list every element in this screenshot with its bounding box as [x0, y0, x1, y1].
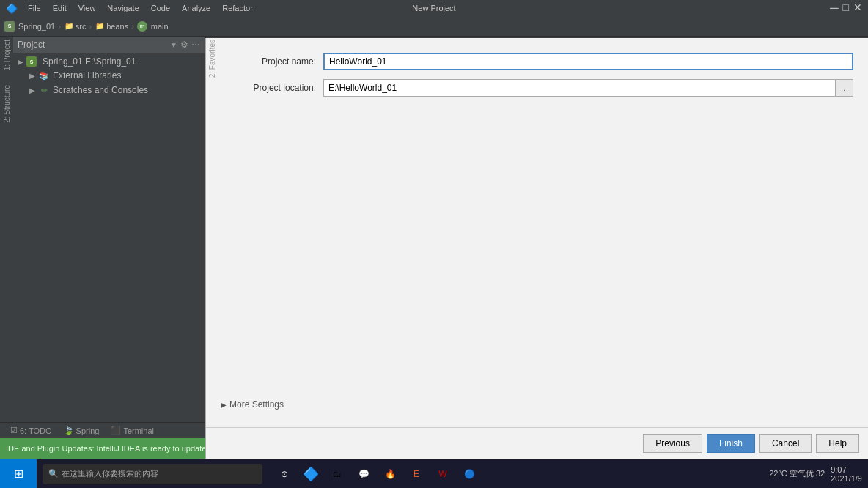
cancel-button[interactable]: Cancel — [760, 434, 812, 453]
more-settings[interactable]: ▶ More Settings — [221, 396, 853, 413]
weather-text: 22°C 空气优 32 — [769, 468, 825, 479]
previous-button[interactable]: Previous — [643, 434, 702, 453]
breadcrumb-sep-3: › — [131, 22, 134, 31]
title-bar-title: New Project — [412, 4, 455, 12]
vtab-favorites[interactable]: 2: Favorites — [208, 40, 216, 78]
bottom-tab-spring[interactable]: 🍃 Spring — [58, 423, 106, 438]
taskbar-right: 22°C 空气优 32 9:07 2021/1/9 — [763, 465, 868, 483]
project-header-title: Project — [18, 40, 170, 50]
browse-button[interactable]: … — [836, 79, 853, 97]
spring-icon: 🍃 — [64, 426, 74, 435]
help-button[interactable]: Help — [816, 434, 859, 453]
terminal-icon: ⬛ — [111, 426, 121, 435]
bottom-tab-todo-label: 6: TODO — [20, 426, 52, 435]
tree-item-spring01[interactable]: ▶ S Spring_01 E:\Spring_01 — [13, 55, 205, 68]
bottom-tab-todo[interactable]: ☑ 6: TODO — [4, 423, 58, 438]
project-location-group: … — [323, 79, 853, 97]
project-name-label: Project name: — [221, 56, 316, 67]
breadcrumb: S Spring_01 › 📁 src › 📁 beans › m main — [0, 16, 868, 37]
project-panel: Project ▼ ⚙ ⋯ ▶ S Spring_01 E:\Spring_01 — [13, 37, 205, 422]
tree-item-ext-lib[interactable]: ▶ 📚 External Libraries — [13, 68, 205, 83]
tree-arrow-scratches: ▶ — [29, 86, 37, 95]
tree-item-scratches-label: Scratches and Consoles — [53, 85, 148, 95]
tree-item-scratches[interactable]: ▶ ✏ Scratches and Consoles — [13, 83, 205, 97]
project-location-label: Project location: — [221, 83, 316, 93]
minimize-icon[interactable]: ─ — [830, 2, 838, 14]
app-menu-edit[interactable]: Edit — [47, 2, 73, 14]
project-dropdown-arrow[interactable]: ▼ — [170, 41, 177, 49]
date-label: 2021/1/9 — [831, 474, 862, 483]
title-bar: 🔷 File Edit View Navigate Code Analyze R… — [0, 0, 868, 16]
view-options-icon[interactable]: ⋯ — [191, 40, 200, 50]
taskbar-icon-3[interactable]: 🗂 — [326, 469, 349, 479]
new-project-dialog: Project name: Project location: … — [205, 38, 868, 459]
vtab-project[interactable]: 1: Project — [3, 40, 11, 70]
app-logo-icon: 🔷 — [6, 3, 18, 14]
vtab-structure[interactable]: 2: Structure — [3, 85, 11, 123]
taskbar-icon-7[interactable]: W — [431, 469, 455, 479]
spring-project-tree-icon: S — [26, 56, 37, 67]
app-menu-code[interactable]: Code — [145, 2, 176, 14]
close-icon[interactable]: ✕ — [853, 2, 862, 14]
scratches-icon: ✏ — [38, 84, 50, 96]
app-menu-view[interactable]: View — [73, 2, 102, 14]
project-location-input[interactable] — [323, 79, 836, 97]
breadcrumb-sep-2: › — [89, 22, 92, 31]
tree-arrow-spring01: ▶ — [18, 58, 25, 66]
breadcrumb-src[interactable]: 📁 src — [64, 21, 87, 32]
breadcrumb-main[interactable]: m main — [137, 21, 169, 32]
taskbar-search-text: 在这里输入你要搜索的内容 — [62, 468, 158, 479]
maximize-icon[interactable]: □ — [843, 2, 849, 14]
spring-project-icon: S — [4, 21, 15, 32]
project-name-input[interactable] — [323, 53, 853, 70]
app-menu-analyze[interactable]: Analyze — [176, 2, 216, 14]
main-icon: m — [137, 21, 147, 32]
taskbar-search[interactable]: 🔍 在这里输入你要搜索的内容 — [43, 464, 262, 484]
taskbar-icon-8[interactable]: 🔵 — [457, 469, 481, 479]
windows-taskbar: ⊞ 🔍 在这里输入你要搜索的内容 ⊙ 🔷 🗂 💬 🔥 E W 🔵 22°C 空气… — [0, 459, 868, 488]
start-button[interactable]: ⊞ — [0, 459, 37, 488]
taskbar-icons: ⊙ 🔷 🗂 💬 🔥 E W 🔵 — [268, 466, 485, 482]
breadcrumb-beans[interactable]: 📁 beans — [95, 21, 128, 32]
taskbar-time: 9:07 2021/1/9 — [831, 465, 862, 483]
more-settings-arrow-icon: ▶ — [221, 401, 227, 409]
search-icon: 🔍 — [48, 469, 59, 478]
folder-icon-beans: 📁 — [95, 21, 105, 32]
bottom-tab-spring-label: Spring — [76, 426, 100, 435]
taskbar-icon-2[interactable]: 🔷 — [299, 466, 323, 482]
ext-lib-icon: 📚 — [38, 70, 50, 81]
taskbar-icon-6[interactable]: E — [405, 469, 428, 479]
taskbar-icon-4[interactable]: 💬 — [352, 469, 375, 479]
left-vtab-panel: 1: Project 2: Structure — [0, 37, 13, 422]
breadcrumb-sep-1: › — [58, 22, 61, 31]
project-location-row: Project location: … — [221, 79, 853, 97]
finish-button[interactable]: Finish — [707, 434, 755, 453]
project-header: Project ▼ ⚙ ⋯ — [13, 37, 205, 53]
settings-gear-icon[interactable]: ⚙ — [180, 40, 188, 50]
time-label: 9:07 — [831, 465, 846, 474]
breadcrumb-spring01[interactable]: S Spring_01 — [4, 21, 55, 32]
dialog-footer: Previous Finish Cancel Help — [206, 427, 868, 459]
tree-item-ext-lib-label: External Libraries — [53, 70, 121, 81]
taskbar-icon-1[interactable]: ⊙ — [273, 469, 296, 479]
app-menu-refactor[interactable]: Refactor — [216, 2, 259, 14]
project-tree: ▶ S Spring_01 E:\Spring_01 ▶ 📚 External … — [13, 53, 205, 422]
taskbar-icon-5[interactable]: 🔥 — [378, 469, 402, 479]
project-name-row: Project name: — [221, 53, 853, 70]
breadcrumb-beans-label: beans — [106, 22, 128, 31]
tree-item-spring01-label: Spring_01 E:\Spring_01 — [43, 56, 136, 67]
breadcrumb-src-label: src — [76, 22, 87, 31]
bottom-tab-terminal-label: Terminal — [123, 426, 154, 435]
breadcrumb-main-label: main — [151, 22, 169, 31]
more-settings-label: More Settings — [229, 399, 284, 410]
app-menu-file[interactable]: File — [22, 2, 47, 14]
breadcrumb-spring01-label: Spring_01 — [18, 22, 55, 31]
app-menu-navigate[interactable]: Navigate — [101, 2, 144, 14]
bottom-tab-terminal[interactable]: ⬛ Terminal — [105, 423, 160, 438]
folder-icon-src: 📁 — [64, 21, 74, 32]
tree-arrow-ext-lib: ▶ — [29, 72, 37, 80]
todo-icon: ☑ — [10, 426, 18, 435]
